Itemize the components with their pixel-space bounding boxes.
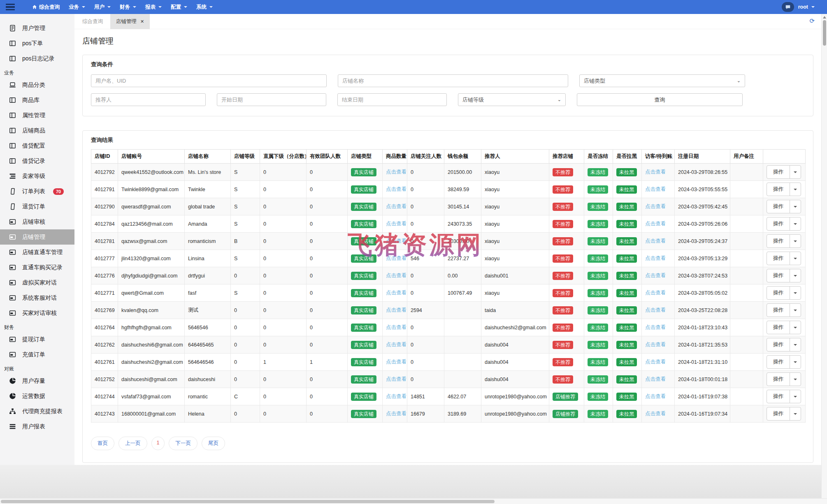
goods-link[interactable]: 点击查看: [386, 324, 407, 330]
goods-link[interactable]: 点击查看: [386, 342, 407, 347]
visitor-link[interactable]: 点击查看: [645, 290, 666, 296]
tab-店铺管理[interactable]: 店铺管理✕: [110, 14, 150, 29]
horizontal-scrollbar[interactable]: [0, 498, 827, 504]
goods-link[interactable]: 点击查看: [386, 221, 407, 227]
sidebar-item-商品分类[interactable]: 商品分类: [0, 77, 74, 92]
action-button[interactable]: 操作: [767, 338, 790, 351]
action-dropdown-toggle[interactable]: [790, 200, 801, 213]
nav-menu-item-4[interactable]: 财务: [120, 4, 136, 11]
nav-menu-item-3[interactable]: 用户: [94, 4, 111, 11]
action-dropdown-toggle[interactable]: [790, 252, 801, 265]
action-button[interactable]: 操作: [767, 407, 790, 420]
action-dropdown-toggle[interactable]: [790, 390, 801, 403]
sidebar-item-pos下单[interactable]: pos下单: [0, 36, 74, 51]
店铺类型-select[interactable]: 店铺类型⌄: [579, 74, 745, 87]
用户名、UID-input[interactable]: [91, 74, 327, 87]
page-button-首页[interactable]: 首页: [91, 437, 114, 450]
sidebar-item-商品库[interactable]: 商品库: [0, 92, 74, 108]
refresh-icon[interactable]: ⟳: [809, 17, 815, 25]
visitor-link[interactable]: 点击查看: [645, 221, 666, 227]
visitor-link[interactable]: 点击查看: [645, 342, 666, 347]
page-button-尾页[interactable]: 尾页: [202, 437, 225, 450]
goods-link[interactable]: 点击查看: [386, 186, 407, 192]
action-button[interactable]: 操作: [767, 356, 790, 368]
结束日期-input[interactable]: [337, 93, 447, 106]
visitor-link[interactable]: 点击查看: [645, 255, 666, 261]
action-dropdown-toggle[interactable]: [790, 407, 801, 420]
nav-menu-item-2[interactable]: 业务: [69, 4, 85, 11]
nav-menu-item-1[interactable]: 综合查询: [32, 4, 60, 11]
visitor-link[interactable]: 点击查看: [645, 186, 666, 192]
visitor-link[interactable]: 点击查看: [645, 411, 666, 416]
goods-link[interactable]: 点击查看: [386, 307, 407, 313]
goods-link[interactable]: 点击查看: [386, 203, 407, 209]
sidebar-item-店铺审核[interactable]: 店铺审核: [0, 214, 74, 229]
action-button[interactable]: 操作: [767, 235, 790, 247]
action-dropdown-toggle[interactable]: [790, 183, 801, 196]
hamburger-icon[interactable]: [6, 4, 15, 11]
goods-link[interactable]: 点击查看: [386, 255, 407, 261]
action-dropdown-toggle[interactable]: [790, 235, 801, 247]
goods-link[interactable]: 点击查看: [386, 273, 407, 278]
action-dropdown-toggle[interactable]: [790, 304, 801, 317]
tab-综合查询[interactable]: 综合查询: [82, 18, 103, 25]
sidebar-item-属性管理[interactable]: 属性管理: [0, 108, 74, 123]
sidebar-item-店铺直通车管理[interactable]: 店铺直通车管理: [0, 245, 74, 260]
action-dropdown-toggle[interactable]: [790, 338, 801, 351]
chat-button[interactable]: [782, 2, 794, 12]
action-button[interactable]: 操作: [767, 304, 790, 317]
sidebar-item-买家对话审核[interactable]: 买家对话审核: [0, 305, 74, 321]
goods-link[interactable]: 点击查看: [386, 290, 407, 296]
sidebar-item-运营数据[interactable]: 运营数据: [0, 388, 74, 404]
visitor-link[interactable]: 点击查看: [645, 393, 666, 399]
search-button[interactable]: 查询: [577, 93, 743, 106]
goods-link[interactable]: 点击查看: [386, 376, 407, 382]
action-button[interactable]: 操作: [767, 183, 790, 196]
close-icon[interactable]: ✕: [140, 19, 144, 24]
visitor-link[interactable]: 点击查看: [645, 169, 666, 175]
action-dropdown-toggle[interactable]: [790, 287, 801, 299]
店铺名称-input[interactable]: [338, 74, 568, 87]
goods-link[interactable]: 点击查看: [386, 359, 407, 365]
page-button-下一页[interactable]: 下一页: [169, 437, 197, 450]
visitor-link[interactable]: 点击查看: [645, 324, 666, 330]
sidebar-item-用户存量[interactable]: 用户存量: [0, 373, 74, 388]
action-dropdown-toggle[interactable]: [790, 217, 801, 230]
vertical-scrollbar-thumb[interactable]: [823, 20, 826, 46]
action-button[interactable]: 操作: [767, 200, 790, 213]
goods-link[interactable]: 点击查看: [386, 393, 407, 399]
action-button[interactable]: 操作: [767, 287, 790, 299]
visitor-link[interactable]: 点击查看: [645, 238, 666, 244]
action-button[interactable]: 操作: [767, 373, 790, 386]
action-dropdown-toggle[interactable]: [790, 269, 801, 282]
action-dropdown-toggle[interactable]: [790, 166, 801, 178]
sidebar-item-用户管理[interactable]: 用户管理: [0, 21, 74, 36]
sidebar-item-直通车购买记录[interactable]: 直通车购买记录: [0, 260, 74, 275]
店铺等级-select[interactable]: 店铺等级⌄: [458, 93, 566, 106]
action-dropdown-toggle[interactable]: [790, 321, 801, 334]
visitor-link[interactable]: 点击查看: [645, 359, 666, 365]
visitor-link[interactable]: 点击查看: [645, 376, 666, 382]
action-button[interactable]: 操作: [767, 217, 790, 230]
nav-menu-item-7[interactable]: 系统: [196, 4, 213, 11]
page-button-上一页[interactable]: 上一页: [118, 437, 147, 450]
sidebar-item-虚拟买家对话[interactable]: 虚拟买家对话: [0, 275, 74, 290]
sidebar-item-pos日志记录[interactable]: pos日志记录: [0, 51, 74, 66]
scroll-up-arrow-icon[interactable]: [823, 16, 826, 18]
action-dropdown-toggle[interactable]: [790, 356, 801, 368]
nav-menu-item-6[interactable]: 配置: [171, 4, 187, 11]
action-button[interactable]: 操作: [767, 166, 790, 178]
sidebar-item-卖家等级[interactable]: 卖家等级: [0, 169, 74, 184]
sidebar-item-店铺管理[interactable]: 店铺管理: [0, 229, 74, 245]
goods-link[interactable]: 点击查看: [386, 169, 407, 175]
推荐人-input[interactable]: [91, 93, 206, 106]
horizontal-scrollbar-thumb[interactable]: [1, 500, 495, 503]
action-button[interactable]: 操作: [767, 269, 790, 282]
visitor-link[interactable]: 点击查看: [645, 307, 666, 313]
visitor-link[interactable]: 点击查看: [645, 203, 666, 209]
sidebar-item-代理商充提报表[interactable]: 代理商充提报表: [0, 404, 74, 419]
action-button[interactable]: 操作: [767, 390, 790, 403]
sidebar-item-提现订单[interactable]: 提现订单: [0, 332, 74, 347]
action-button[interactable]: 操作: [767, 321, 790, 334]
vertical-scrollbar[interactable]: [821, 14, 827, 498]
